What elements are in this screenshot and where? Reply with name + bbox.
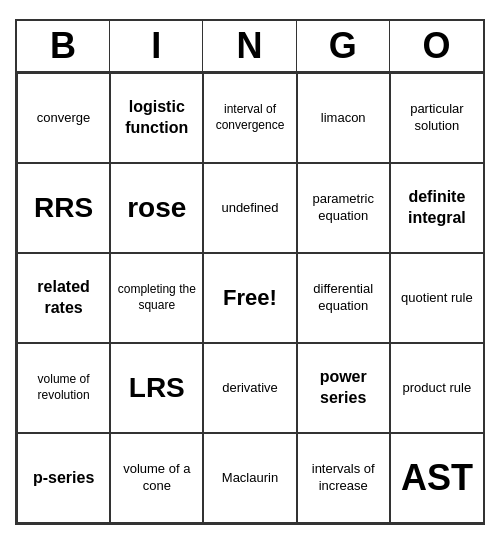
bingo-cell: particular solution — [390, 73, 483, 163]
bingo-cell: undefined — [203, 163, 296, 253]
bingo-cell: p-series — [17, 433, 110, 523]
bingo-header-letter: O — [390, 21, 483, 71]
bingo-cell: quotient rule — [390, 253, 483, 343]
bingo-header-letter: N — [203, 21, 296, 71]
bingo-header-letter: B — [17, 21, 110, 71]
bingo-cell: derivative — [203, 343, 296, 433]
bingo-cell: interval of convergence — [203, 73, 296, 163]
bingo-cell: AST — [390, 433, 483, 523]
bingo-header-letter: G — [297, 21, 390, 71]
bingo-cell: completing the square — [110, 253, 203, 343]
bingo-cell: Free! — [203, 253, 296, 343]
bingo-header: BINGO — [17, 21, 483, 73]
bingo-cell: converge — [17, 73, 110, 163]
bingo-cell: related rates — [17, 253, 110, 343]
bingo-cell: LRS — [110, 343, 203, 433]
bingo-grid: convergelogistic functioninterval of con… — [17, 73, 483, 523]
bingo-cell: definite integral — [390, 163, 483, 253]
bingo-cell: volume of a cone — [110, 433, 203, 523]
bingo-cell: rose — [110, 163, 203, 253]
bingo-header-letter: I — [110, 21, 203, 71]
bingo-cell: RRS — [17, 163, 110, 253]
bingo-cell: intervals of increase — [297, 433, 390, 523]
bingo-card: BINGO convergelogistic functioninterval … — [15, 19, 485, 525]
bingo-cell: differential equation — [297, 253, 390, 343]
bingo-cell: volume of revolution — [17, 343, 110, 433]
bingo-cell: limacon — [297, 73, 390, 163]
bingo-cell: power series — [297, 343, 390, 433]
bingo-cell: Maclaurin — [203, 433, 296, 523]
bingo-cell: product rule — [390, 343, 483, 433]
bingo-cell: parametric equation — [297, 163, 390, 253]
bingo-cell: logistic function — [110, 73, 203, 163]
